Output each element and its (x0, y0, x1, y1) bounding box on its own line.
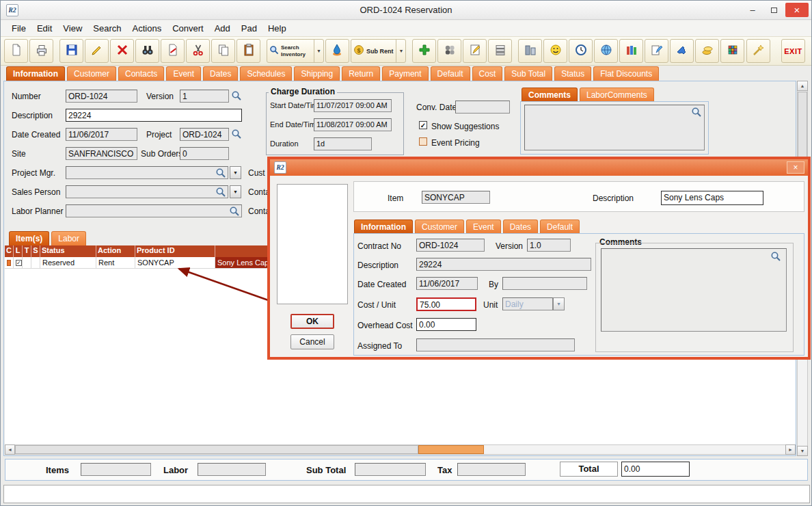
tab-shipping[interactable]: Shipping (294, 66, 340, 81)
wand-button[interactable] (746, 39, 770, 63)
dialog-item-field[interactable]: SONYCAP (422, 191, 490, 204)
description-field[interactable]: 29224 (66, 109, 242, 122)
dialog-tab-event[interactable]: Event (466, 219, 501, 233)
unit-combo[interactable]: Daily (502, 297, 553, 310)
scroll-left-arrow[interactable]: ◄ (5, 444, 15, 455)
tab-return[interactable]: Return (342, 66, 380, 81)
comments-textarea[interactable] (524, 105, 705, 150)
col-s[interactable]: S (31, 245, 40, 257)
close-button[interactable]: × (785, 3, 809, 17)
menu-view[interactable]: View (57, 22, 87, 35)
ok-button[interactable]: OK (290, 314, 334, 329)
tab-items[interactable]: Item(s) (9, 231, 49, 245)
save-button[interactable] (59, 39, 83, 63)
copy-button[interactable] (211, 39, 235, 63)
globe-button[interactable] (594, 39, 618, 63)
tab-cost[interactable]: Cost (472, 66, 503, 81)
tab-dates[interactable]: Dates (203, 66, 238, 81)
tab-event[interactable]: Event (166, 66, 201, 81)
key-button[interactable] (670, 39, 694, 63)
duration-field[interactable]: 1d (314, 137, 372, 150)
scrollbar-thumb[interactable] (418, 445, 484, 454)
tab-schedules[interactable]: Schedules (240, 66, 292, 81)
sales-person-dropdown[interactable]: ▼ (230, 185, 241, 198)
event-pricing-checkbox[interactable] (419, 137, 427, 146)
menu-convert[interactable]: Convert (167, 22, 209, 35)
tab-contacts[interactable]: Contacts (118, 66, 164, 81)
sub-orders-field[interactable]: 0 (180, 147, 229, 160)
start-datetime-field[interactable]: 11/07/2017 09:00 AM (314, 99, 392, 112)
tab-status[interactable]: Status (554, 66, 591, 81)
coins-button[interactable] (695, 39, 719, 63)
scroll-right-arrow[interactable]: ► (785, 444, 796, 455)
cancel-button[interactable]: Cancel (290, 334, 334, 349)
col-status[interactable]: Status (40, 245, 96, 257)
dialog-comments-lookup-icon[interactable] (770, 251, 781, 262)
col-action[interactable]: Action (96, 245, 135, 257)
col-t[interactable]: T (23, 245, 31, 257)
row-l-checkbox[interactable]: ✓ (16, 260, 22, 266)
menu-actions[interactable]: Actions (127, 22, 167, 35)
end-datetime-field[interactable]: 11/08/2017 09:00 AM (314, 118, 392, 131)
menu-add[interactable]: Add (209, 22, 236, 35)
show-suggestions-checkbox[interactable]: ✓ (419, 121, 427, 129)
sales-person-lookup-icon[interactable] (215, 187, 226, 198)
project-mgr-field[interactable] (66, 166, 228, 179)
tab-flat-discounts[interactable]: Flat Discounts (593, 66, 659, 81)
number-field[interactable]: ORD-1024 (66, 90, 137, 103)
project-field[interactable]: ORD-1024 (180, 128, 229, 141)
conv-date-field[interactable] (455, 101, 510, 114)
version-field[interactable]: 1 (180, 90, 229, 103)
cut-sheet-button[interactable] (161, 39, 185, 63)
report-button[interactable] (518, 39, 542, 63)
tab-labor[interactable]: Labor (51, 231, 86, 245)
tab-comments[interactable]: Comments (522, 88, 578, 101)
tab-payment[interactable]: Payment (382, 66, 428, 81)
new-document-button[interactable] (4, 39, 28, 63)
col-c[interactable]: C (5, 245, 14, 257)
edit-button[interactable] (85, 39, 109, 63)
books-button[interactable] (619, 39, 643, 63)
labor-planner-field[interactable] (66, 204, 242, 217)
assigned-to-field[interactable] (416, 338, 575, 351)
row-c-checkbox[interactable] (7, 260, 11, 266)
search-inventory-button[interactable]: Search Inventory ▼ (267, 39, 324, 63)
add-button[interactable] (412, 39, 436, 63)
print-button[interactable] (29, 39, 53, 63)
menu-file[interactable]: File (6, 22, 31, 35)
overhead-cost-field[interactable]: 0.00 (416, 318, 476, 331)
sub-rent-dropdown[interactable]: ▼ (396, 40, 403, 62)
paste-button[interactable] (236, 39, 260, 63)
notes-button[interactable] (463, 39, 487, 63)
tab-labor-comments[interactable]: LaborComments (580, 88, 654, 101)
col-l[interactable]: L (14, 245, 23, 257)
tab-information[interactable]: Information (6, 66, 65, 81)
dialog-date-created-field[interactable]: 11/06/2017 (416, 277, 478, 290)
tab-customer[interactable]: Customer (67, 66, 116, 81)
date-created-field[interactable]: 11/06/2017 (66, 128, 137, 141)
dialog-tab-customer[interactable]: Customer (415, 219, 464, 233)
search-inventory-dropdown[interactable]: ▼ (314, 40, 321, 62)
dialog-tab-default[interactable]: Default (540, 219, 580, 233)
site-field[interactable]: SANFRANCISCO (66, 147, 137, 160)
dialog-tab-dates[interactable]: Dates (503, 219, 538, 233)
unit-dropdown[interactable]: ▼ (553, 297, 565, 310)
project-lookup-icon[interactable] (231, 129, 242, 139)
sales-person-field[interactable] (66, 185, 228, 198)
fill-button[interactable] (325, 39, 349, 63)
contract-no-field[interactable]: ORD-1024 (416, 239, 485, 252)
smiley-button[interactable] (543, 39, 567, 63)
sub-rent-button[interactable]: $ Sub Rent ▼ (351, 39, 406, 63)
row-status[interactable]: Reserved (40, 257, 96, 269)
scroll-down-arrow[interactable]: ▼ (797, 446, 808, 456)
cube-button[interactable] (720, 39, 744, 63)
row-action[interactable]: Rent (96, 257, 135, 269)
cut-button[interactable] (186, 39, 210, 63)
stack-button[interactable] (488, 39, 512, 63)
project-mgr-lookup-icon[interactable] (215, 168, 226, 178)
tab-default[interactable]: Default (431, 66, 470, 81)
write-button[interactable] (645, 39, 668, 63)
dialog-tab-information[interactable]: Information (354, 219, 413, 233)
tab-sub-total[interactable]: Sub Total (504, 66, 552, 81)
row-product-id[interactable]: SONYCAP (135, 257, 215, 269)
